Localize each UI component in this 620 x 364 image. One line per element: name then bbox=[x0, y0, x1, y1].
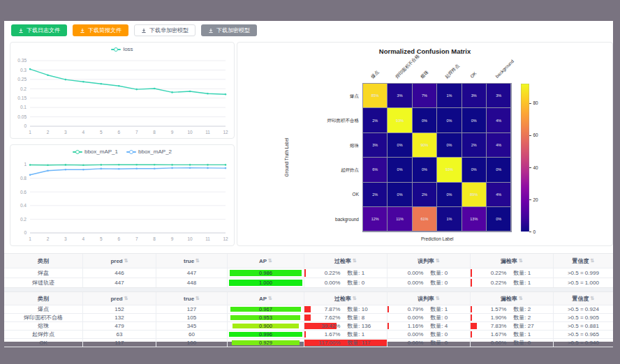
svg-text:1: 1 bbox=[24, 162, 27, 167]
misjudge-rate-bar bbox=[388, 323, 389, 329]
cell-confidence: >0.5 = 0.924 bbox=[554, 305, 613, 313]
legend-item-bbox_mAP_2[interactable]: bbox_mAP_2 bbox=[126, 149, 172, 155]
svg-text:7: 7 bbox=[135, 130, 138, 135]
table-header-cell-ap[interactable]: AP⇅ bbox=[228, 254, 304, 268]
sort-caret-icon[interactable]: ⇅ bbox=[353, 296, 357, 301]
matrix-cell-value: 11% bbox=[396, 217, 404, 221]
miss-rate-percent: 1.57% bbox=[473, 306, 509, 312]
sort-caret-icon[interactable]: ⇅ bbox=[590, 258, 594, 264]
matrix-cell-value: 89% bbox=[470, 192, 478, 197]
svg-text:0.25: 0.25 bbox=[17, 77, 27, 82]
cell-ap: 0.929 bbox=[228, 339, 304, 347]
table-header-cell-ap[interactable]: AP⇅ bbox=[228, 292, 304, 305]
svg-text:0.35: 0.35 bbox=[17, 58, 27, 63]
ap-value-bar: 0.900 bbox=[232, 324, 298, 328]
over-rate-count: 数量: 1 bbox=[343, 331, 384, 338]
table-row: 焊缝轨迹4474481.0000.00%数量: 00.00%数量: 00.22%… bbox=[4, 278, 613, 287]
matrix-cell-value: 0% bbox=[397, 143, 403, 147]
sort-caret-icon[interactable]: ⇅ bbox=[436, 296, 440, 301]
matrix-cell-value: 0% bbox=[446, 192, 452, 197]
matrix-cell: 61% bbox=[413, 207, 436, 231]
download-report-label: 下载简报文件 bbox=[88, 26, 121, 34]
over-rate-bar bbox=[304, 269, 306, 277]
svg-text:12: 12 bbox=[223, 236, 228, 241]
miss-rate-count: 数量: 0 bbox=[509, 339, 550, 347]
matrix-cell: 93% bbox=[388, 108, 411, 132]
legend-item-bbox_mAP_1[interactable]: bbox_mAP_1 bbox=[73, 149, 118, 155]
colorbar-tick bbox=[529, 103, 531, 104]
sort-caret-icon[interactable]: ⇅ bbox=[124, 258, 128, 264]
sort-caret-icon[interactable]: ⇅ bbox=[195, 258, 200, 264]
table-header-cell-pred[interactable]: pred⇅ bbox=[83, 254, 156, 268]
misjudge-rate-percent: 1.16% bbox=[390, 323, 426, 329]
svg-text:0.4: 0.4 bbox=[20, 203, 27, 208]
cell-pred: 447 bbox=[83, 278, 156, 287]
table-header-cell-true[interactable]: true⇅ bbox=[156, 292, 228, 305]
table-header-cell-confidence[interactable]: 置信度⇅ bbox=[554, 254, 613, 268]
sort-caret-icon[interactable]: ⇅ bbox=[519, 258, 523, 264]
sort-caret-icon[interactable]: ⇅ bbox=[519, 296, 523, 301]
matrix-cell-value: 2% bbox=[422, 192, 427, 197]
sort-caret-icon[interactable]: ⇅ bbox=[590, 296, 594, 301]
legend-label: bbox_mAP_1 bbox=[84, 149, 118, 155]
header-label: AP bbox=[259, 296, 267, 302]
misjudge-rate-count: 数量: 0 bbox=[426, 279, 467, 287]
matrix-cell-value: 3% bbox=[496, 93, 501, 98]
over-rate-count: 数量: 8 bbox=[343, 314, 384, 321]
table-header-cell-pred[interactable]: pred⇅ bbox=[83, 292, 156, 305]
cell-confidence: >0.5 = 0.999 bbox=[554, 268, 613, 278]
table-header-cell-over-rate[interactable]: 过检率⇅ bbox=[304, 254, 388, 268]
table-header-cell-confidence[interactable]: 置信度⇅ bbox=[554, 292, 613, 305]
table-header-cell-miss-rate[interactable]: 漏检率⇅ bbox=[471, 254, 554, 268]
cell-pred: 152 bbox=[83, 305, 156, 313]
matrix-cell: 2% bbox=[462, 133, 486, 157]
legend-item-loss[interactable]: loss bbox=[111, 46, 133, 52]
sort-caret-icon[interactable]: ⇅ bbox=[353, 258, 357, 264]
cell-misjudge-rate: 1.16%数量: 4 bbox=[388, 322, 471, 330]
table-header-cell-over-rate[interactable]: 过检率⇅ bbox=[304, 292, 388, 305]
table-header-cell-miss-rate[interactable]: 漏检率⇅ bbox=[471, 292, 554, 305]
table-header-cell-misjudge-rate[interactable]: 误判率⇅ bbox=[388, 254, 471, 268]
sort-caret-icon[interactable]: ⇅ bbox=[124, 296, 128, 301]
svg-text:8: 8 bbox=[153, 236, 156, 241]
matrix-cell-value: 93% bbox=[396, 119, 404, 123]
table-header-cell-true[interactable]: true⇅ bbox=[156, 254, 228, 268]
sort-caret-icon[interactable]: ⇅ bbox=[268, 258, 272, 264]
svg-text:0: 0 bbox=[24, 123, 27, 128]
download-report-button[interactable]: 下载简报文件 bbox=[73, 24, 128, 36]
sort-caret-icon[interactable]: ⇅ bbox=[436, 258, 440, 264]
download-unencrypted-model-button[interactable]: 下载非加密模型 bbox=[134, 24, 195, 36]
matrix-cell-value: 1% bbox=[446, 93, 452, 98]
svg-text:1: 1 bbox=[29, 236, 31, 241]
table-row: 焊盘4464470.9860.22%数量: 10.00%数量: 00.22%数量… bbox=[4, 268, 613, 278]
header-label: 误判率 bbox=[418, 295, 434, 303]
cell-misjudge-rate: 0.00%数量: 0 bbox=[388, 278, 471, 287]
matrix-cell-value: 4% bbox=[496, 192, 501, 197]
ap-value-bar: 0.967 bbox=[230, 307, 301, 312]
svg-text:2: 2 bbox=[47, 130, 50, 135]
over-rate-bar bbox=[304, 331, 306, 338]
cell-ap: 0.900 bbox=[228, 322, 304, 330]
matrix-col-label: OK bbox=[469, 70, 478, 79]
svg-text:11: 11 bbox=[205, 236, 210, 241]
sort-caret-icon[interactable]: ⇅ bbox=[268, 296, 272, 301]
matrix-cell: 0% bbox=[388, 158, 411, 181]
cell-miss-rate: 1.57%数量: 2 bbox=[471, 305, 554, 313]
svg-text:11: 11 bbox=[205, 130, 210, 135]
ap-value-bar: 0.986 bbox=[230, 270, 302, 276]
misjudge-rate-count: 数量: 0 bbox=[426, 339, 467, 347]
matrix-cell: 3% bbox=[487, 84, 510, 107]
miss-rate-bar bbox=[471, 314, 472, 321]
over-rate-percent: 0.00% bbox=[307, 280, 343, 286]
matrix-cell: 2% bbox=[363, 108, 387, 132]
cell-miss-rate: 0.22%数量: 1 bbox=[471, 268, 554, 278]
svg-text:10: 10 bbox=[187, 130, 193, 135]
sort-caret-icon[interactable]: ⇅ bbox=[195, 296, 200, 301]
table-header-cell-misjudge-rate[interactable]: 误判率⇅ bbox=[388, 292, 471, 305]
miss-rate-bar bbox=[471, 279, 472, 287]
download-log-button[interactable]: 下载日志文件 bbox=[11, 24, 67, 36]
table-row: 爆点1521270.9677.87%数量: 100.79%数量: 11.57%数… bbox=[4, 305, 613, 314]
miss-rate-bar bbox=[471, 306, 472, 312]
download-encrypted-model-button[interactable]: 下载加密模型 bbox=[201, 24, 257, 36]
matrix-cell-value: 3% bbox=[471, 93, 477, 98]
